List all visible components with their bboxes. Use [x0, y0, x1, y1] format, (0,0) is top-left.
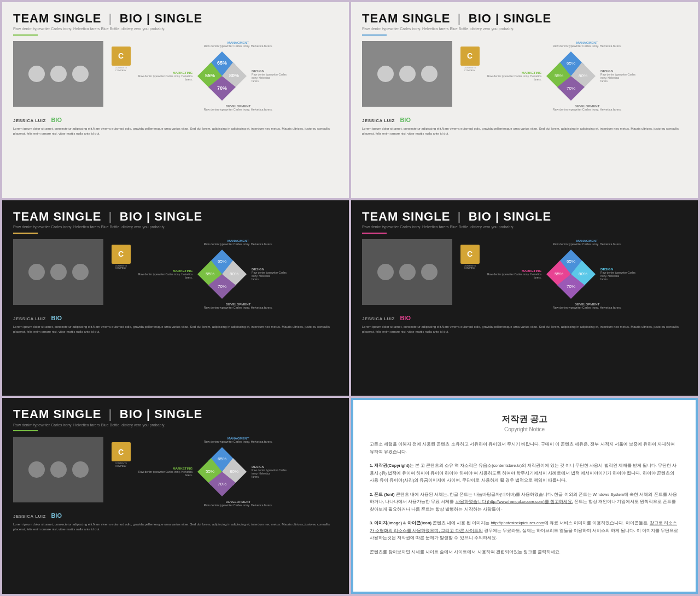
circle-15 — [72, 461, 89, 478]
svg-text:55%: 55% — [555, 271, 563, 276]
mgmt-label-1: MANAGMENT Raw denim typewriter Carles ir… — [138, 41, 338, 48]
panel-4: TEAM SINGLE | BIO | SINGLE Raw denim typ… — [351, 200, 698, 396]
photo-box-3 — [13, 239, 103, 305]
marketing-label-5: MARKETING Raw denim typewriter Carles ir… — [138, 467, 192, 477]
development-label-3: DEVELOPMENT Raw denim typewriter Carles … — [138, 303, 338, 309]
development-label-5: DEVELOPMENT Raw denim typewriter Carles … — [138, 500, 338, 507]
design-label-3: DESIGN Raw denim typewriter Carlesirony.… — [252, 268, 287, 281]
development-label-2: DEVELOPMENT Raw denim typewriter Carles … — [487, 105, 687, 111]
title-text-3: TEAM SINGLE — [13, 210, 101, 223]
svg-text:80%: 80% — [230, 271, 238, 276]
diamond-svg-4: 65% 55% 80% 70% — [544, 247, 598, 302]
logo-box-1: C CONTENTSCOMPANY — [110, 47, 132, 72]
copyright-title-kr: 저작권 공고 — [370, 414, 679, 425]
bio-text-1: Lorem ipsum dolor sit amet, consectetur … — [13, 126, 338, 136]
circle-2 — [50, 66, 67, 82]
bio-label-4: BIO — [400, 315, 411, 321]
bio-single-text-5: BIO | SINGLE — [120, 407, 202, 421]
bio-name-1: JESSICA LUIZ — [13, 118, 46, 123]
panel-4-header: TEAM SINGLE | BIO | SINGLE Raw denim typ… — [362, 210, 687, 234]
copyright-title-en: Copyright Notice — [370, 426, 679, 432]
panel-copyright: 저작권 공고 Copyright Notice 고든소 세럼을 이해자 전에 사… — [351, 398, 698, 594]
diamond-svg-3: 65% 55% 80% 70% — [195, 247, 249, 302]
circle-1 — [28, 66, 45, 82]
copyright-section-2: 2. 폰트 (font) 콘텐츠 내에 사용된 서체는, 한글 폰트는 나눔바탕… — [370, 491, 679, 513]
design-label-2: DESIGN Raw denim typewriter Carlesirony.… — [600, 70, 635, 83]
bio-single-text-4: BIO | SINGLE — [469, 210, 551, 223]
svg-text:80%: 80% — [579, 73, 587, 78]
bio-text-5: Lorem ipsum dolor sit amet, consectetur … — [13, 522, 338, 532]
copyright-section-1: 1. 저작권(Copyright)는 본 고 콘텐츠의 소유 역 자소적은 유음… — [370, 462, 679, 484]
circle-13 — [28, 461, 45, 478]
circle-4 — [377, 66, 394, 82]
svg-text:70%: 70% — [567, 284, 575, 289]
circle-12 — [421, 264, 438, 280]
svg-text:70%: 70% — [217, 85, 227, 91]
title-text: TEAM SINGLE — [13, 11, 101, 25]
photo-box-5 — [13, 437, 103, 502]
chart-row-5: MARKETING Raw denim typewriter Carles ir… — [138, 444, 338, 499]
logo-text-2: CONTENTSCOMPANY — [464, 67, 476, 72]
panel-1-header: TEAM SINGLE | BIO | SINGLE Raw denim typ… — [13, 12, 338, 36]
svg-text:65%: 65% — [567, 259, 575, 264]
panel-2-subtitle: Raw denim typewriter Carles irony. Helve… — [362, 26, 687, 32]
design-label-5: DESIGN Raw denim typewriter Carlesirony.… — [252, 465, 287, 478]
diamond-svg-5: 65% 55% 80% 70% — [195, 444, 249, 499]
chart-row-2: MARKETING Raw denim typewriter Carles ir… — [487, 49, 687, 103]
logo-c-5: C — [112, 442, 131, 461]
circle-6 — [421, 66, 438, 82]
panel-5-title: TEAM SINGLE | BIO | SINGLE — [13, 408, 338, 421]
logo-c-1: C — [112, 47, 131, 66]
section-2-label: 2. 폰트 (font) — [370, 492, 395, 497]
svg-text:80%: 80% — [230, 469, 238, 474]
chart-row-3: MARKETING Raw denim typewriter Carles ir… — [138, 247, 338, 302]
panel-3-content: C CONTENTSCOMPANY MANAGMENT Raw denim ty… — [13, 239, 338, 309]
svg-text:70%: 70% — [567, 86, 575, 91]
panel-4-divider — [362, 233, 387, 234]
copyright-section-3: 3. 이미지(image) & 아이콘(icon) 콘텐츠 내에 사용 된 이미… — [370, 519, 679, 542]
panel-3-subtitle: Raw denim typewriter Carles irony. Helve… — [13, 224, 338, 230]
svg-text:65%: 65% — [218, 259, 226, 264]
panel-2-content: C CONTENTSCOMPANY MANAGMENT Raw denim ty… — [362, 41, 687, 111]
marketing-label-3: MARKETING Raw denim typewriter Carles ir… — [138, 269, 192, 279]
diamond-svg-1: 65% 55% 80% 70% — [195, 49, 249, 103]
svg-text:80%: 80% — [229, 73, 239, 78]
panel-4-subtitle: Raw denim typewriter Carles irony. Helve… — [362, 224, 687, 230]
chart-section-4: MANAGMENT Raw denim typewriter Carles ir… — [487, 239, 687, 309]
panel-2-title: TEAM SINGLE | BIO | SINGLE — [362, 12, 687, 25]
diamond-svg-2: 65% 55% 80% 70% — [544, 49, 598, 103]
panel-3-title: TEAM SINGLE | BIO | SINGLE — [13, 210, 338, 223]
copyright-footer: 콘텐츠를 찾아보자면 사세를 사이트 솔에서 사이트에서 사용하여 관련되어있는… — [370, 548, 679, 556]
development-label-1: DEVELOPMENT Raw denim typewriter Carles … — [138, 105, 338, 111]
panel-5: TEAM SINGLE | BIO | SINGLE Raw denim typ… — [2, 398, 349, 594]
title-text-5: TEAM SINGLE — [13, 407, 101, 421]
svg-text:80%: 80% — [579, 271, 587, 276]
mgmt-label-4: MANAGMENT Raw denim typewriter Carles ir… — [487, 239, 687, 246]
chart-row-1: MARKETING Raw denim typewriter Carles ir… — [138, 49, 338, 103]
logo-c-2: C — [460, 47, 480, 66]
panel-3-divider — [13, 233, 38, 234]
panel-3-header: TEAM SINGLE | BIO | SINGLE Raw denim typ… — [13, 210, 338, 234]
mgmt-label-5: MANAGMENT Raw denim typewriter Carles ir… — [138, 437, 338, 443]
logo-text-3: CONTENTSCOMPANY — [115, 265, 127, 270]
logo-c-3: C — [112, 245, 131, 264]
logo-text-4: CONTENTSCOMPANY — [464, 265, 476, 270]
copyright-intro: 고든소 세럼을 이해자 전에 사웅된 콘텐츠 소유하고 서유하여 유이면서 주시… — [370, 441, 679, 455]
panel-4-title: TEAM SINGLE | BIO | SINGLE — [362, 210, 687, 223]
panel-1-divider — [13, 34, 38, 36]
bio-section-5: JESSICA LUIZ BIO Lorem ipsum dolor sit a… — [13, 510, 338, 532]
circle-11 — [399, 264, 416, 280]
logo-text-5: CONTENTSCOMPANY — [115, 462, 127, 468]
marketing-label-4: MARKETING Raw denim typewriter Carles ir… — [487, 269, 541, 279]
bio-name-5: JESSICA LUIZ — [13, 514, 46, 519]
chart-row-4: MARKETING Raw denim typewriter Carles ir… — [487, 247, 687, 302]
development-label-4: DEVELOPMENT Raw denim typewriter Carles … — [487, 303, 687, 309]
bio-single-text-3: BIO | SINGLE — [120, 210, 202, 223]
svg-text:55%: 55% — [205, 73, 215, 78]
logo-box-2: C CONTENTSCOMPANY — [459, 47, 481, 72]
title-text-2: TEAM SINGLE — [362, 11, 450, 25]
svg-text:65%: 65% — [218, 456, 226, 461]
svg-text:70%: 70% — [218, 284, 226, 289]
photo-box-2 — [362, 41, 452, 107]
chart-section-5: MANAGMENT Raw denim typewriter Carles ir… — [138, 437, 338, 507]
